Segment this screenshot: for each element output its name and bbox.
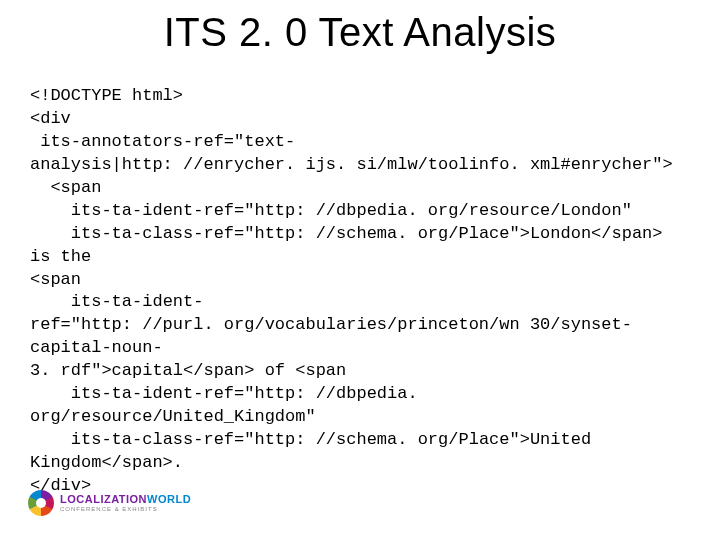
logo-swirl-icon (28, 490, 54, 516)
logo-word-world: WORLD (147, 493, 191, 505)
code-block: <!DOCTYPE html> <div its-annotators-ref=… (30, 85, 690, 498)
slide-title: ITS 2. 0 Text Analysis (0, 10, 720, 55)
footer-logo: LOCALIZATIONWORLD CONFERENCE & EXHIBITS (28, 490, 191, 516)
slide: ITS 2. 0 Text Analysis <!DOCTYPE html> <… (0, 0, 720, 540)
logo-word-localization: LOCALIZATION (60, 493, 147, 505)
logo-subtext: CONFERENCE & EXHIBITS (60, 506, 191, 512)
logo-main-text: LOCALIZATIONWORLD (60, 494, 191, 505)
logo-text: LOCALIZATIONWORLD CONFERENCE & EXHIBITS (60, 494, 191, 512)
